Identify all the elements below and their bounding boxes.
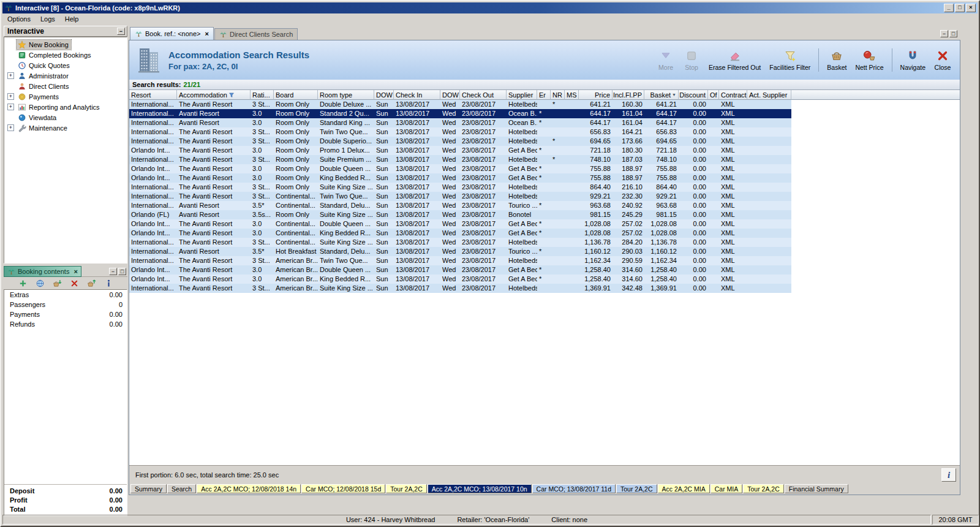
column-header-resort[interactable]: Resort <box>129 90 177 100</box>
sidebar-item-maintenance[interactable]: +Maintenance <box>4 123 127 133</box>
table-row[interactable]: International...The Avanti Resort3 St...… <box>129 127 960 137</box>
table-row[interactable]: Orlando (FL)Avanti Resort3.5s...Room Onl… <box>129 210 960 219</box>
info-button[interactable] <box>104 278 114 289</box>
expand-icon[interactable]: + <box>7 104 14 110</box>
tab-book-ref-none[interactable]: Book. ref.: <none>× <box>130 27 214 40</box>
bottom-tab-car-mco-12-08-2018-15d[interactable]: Car MCO; 12/08/2018 15d <box>301 484 385 493</box>
bottom-tab-car-mia[interactable]: Car MIA <box>710 484 743 493</box>
table-row[interactable]: International...The Avanti Resort3 St...… <box>129 238 960 247</box>
facilities-filter-button[interactable]: Facilities Filter <box>766 48 814 72</box>
table-row[interactable]: International...The Avanti Resort3 St...… <box>129 192 960 201</box>
column-header-supplier[interactable]: Supplier <box>507 90 537 100</box>
column-header-check-out[interactable]: Check Out <box>460 90 507 100</box>
table-row[interactable]: International...The Avanti Resort3 St...… <box>129 155 960 164</box>
more-button[interactable]: More <box>654 48 678 72</box>
booking-restore-button[interactable]: □ <box>118 268 126 275</box>
table-row[interactable]: International...The Avanti Resort3 St...… <box>129 256 960 265</box>
bottom-tab-search[interactable]: Search <box>167 484 196 493</box>
menu-options[interactable]: Options <box>2 14 36 24</box>
info-button[interactable]: i <box>941 468 956 482</box>
bottom-tab-car-mco-13-08-2017-11d[interactable]: Car MCO; 13/08/2017 11d <box>532 484 616 493</box>
column-header-rati[interactable]: Rati... <box>251 90 274 100</box>
add-button[interactable] <box>18 278 28 289</box>
table-row[interactable]: Orlando Int...The Avanti Resort3.0Contin… <box>129 229 960 238</box>
basket-add-button[interactable] <box>52 278 62 289</box>
table-row[interactable]: International...The Avanti Resort3 St...… <box>129 183 960 192</box>
column-header-accommodation[interactable]: Accommodation <box>177 90 251 100</box>
column-header-price[interactable]: Price <box>579 90 612 100</box>
sidebar-item-completed-bookings[interactable]: Completed Bookings <box>4 50 127 60</box>
column-header-dow[interactable]: DOW <box>440 90 460 100</box>
tab-close-icon[interactable]: × <box>205 30 209 37</box>
column-header-incl-fl-pp[interactable]: Incl.Fl.PP <box>612 90 644 100</box>
minimize-button[interactable]: _ <box>944 4 954 12</box>
bottom-tab-summary[interactable]: Summary <box>130 484 167 493</box>
column-header-act-supplier[interactable]: Act. Supplier <box>747 90 791 100</box>
bottom-tab-tour-2a-2c[interactable]: Tour 2A,2C <box>386 484 427 493</box>
globe-button[interactable] <box>35 278 45 289</box>
maximize-button[interactable]: □ <box>955 4 965 12</box>
close-button[interactable]: Close <box>930 48 955 72</box>
basket-up-button[interactable] <box>86 278 97 289</box>
nett-price-button[interactable]: Nett Price <box>851 48 887 72</box>
column-header-of[interactable]: Of <box>708 90 719 100</box>
table-row[interactable]: Orlando Int...The Avanti Resort3.0Room O… <box>129 173 960 183</box>
table-row[interactable]: Orlando Int...The Avanti Resort3.0Contin… <box>129 219 960 229</box>
column-header-basket[interactable]: Basket▼ <box>644 90 679 100</box>
erase-filtered-out-button[interactable]: Erase Filtered Out <box>705 48 764 72</box>
interactive-collapse-button[interactable]: − <box>117 28 125 35</box>
table-row[interactable]: International...The Avanti Resort3 St...… <box>129 137 960 146</box>
booking-minimize-button[interactable]: − <box>109 268 117 275</box>
table-row[interactable]: International...Avanti Resort3.0Room Onl… <box>129 118 960 127</box>
panel-restore-button[interactable]: □ <box>949 30 957 37</box>
table-row[interactable]: International...The Avanti Resort3 St...… <box>129 284 960 293</box>
delete-button[interactable] <box>69 278 80 289</box>
bottom-tab-acc-2a-2c-mco-13-08-2017-10n[interactable]: Acc 2A,2C MCO; 13/08/2017 10n <box>428 484 532 493</box>
column-header-ms[interactable]: MS <box>565 90 579 100</box>
column-header-board[interactable]: Board <box>274 90 318 100</box>
table-row[interactable]: Orlando Int...The Avanti Resort3.0Americ… <box>129 265 960 275</box>
column-header-er[interactable]: Er <box>537 90 551 100</box>
sidebar-item-quick-quotes[interactable]: Quick Quotes <box>4 60 127 70</box>
column-header-check-in[interactable]: Check In <box>394 90 440 100</box>
sidebar-item-viewdata[interactable]: Viewdata <box>4 112 127 123</box>
table-row[interactable]: International...Avanti Resort3.5*Contine… <box>129 201 960 210</box>
bottom-tab-financial-summary[interactable]: Financial Summary <box>785 484 848 493</box>
tab-direct-clients-search[interactable]: Direct Clients Search <box>214 28 298 40</box>
expand-icon[interactable]: + <box>7 124 14 131</box>
navigate-button[interactable]: Navigate <box>897 48 929 72</box>
column-header-room-type[interactable]: Room type <box>318 90 374 100</box>
expand-icon[interactable]: + <box>7 93 14 100</box>
menu-help[interactable]: Help <box>60 14 84 24</box>
table-row[interactable]: Orlando Int...The Avanti Resort3.0Room O… <box>129 164 960 173</box>
sidebar-item-payments[interactable]: +Payments <box>4 91 127 102</box>
info-icon <box>104 279 113 288</box>
sidebar-item-administrator[interactable]: +Administrator <box>4 70 127 81</box>
bottom-tab-tour-2a-2c[interactable]: Tour 2A,2C <box>743 484 784 493</box>
booking-close-icon[interactable]: × <box>74 268 77 275</box>
table-row[interactable]: International...The Avanti Resort3 St...… <box>129 100 960 109</box>
column-header-contract[interactable]: Contract <box>719 90 747 100</box>
table-row[interactable]: International...Avanti Resort3.5*Hot Bre… <box>129 247 960 256</box>
table-row[interactable]: Orlando Int...The Avanti Resort3.0Americ… <box>129 275 960 284</box>
bottom-tab-acc-2a-2c-mco-12-08-2018-14n[interactable]: Acc 2A,2C MCO; 12/08/2018 14n <box>197 484 301 493</box>
table-row[interactable]: International...Avanti Resort3.0Room Onl… <box>129 109 960 118</box>
panel-minimize-button[interactable]: − <box>940 30 948 37</box>
title-bar[interactable]: Interactive [8] - Ocean-Florida (code: x… <box>2 2 978 13</box>
sidebar-item-direct-clients[interactable]: Direct Clients <box>4 81 127 91</box>
close-button[interactable]: × <box>966 4 976 12</box>
expand-icon[interactable]: + <box>7 72 14 79</box>
menu-logs[interactable]: Logs <box>36 14 60 24</box>
basket-button[interactable]: Basket <box>823 48 850 72</box>
cell-er: * <box>537 173 551 183</box>
column-header-nr[interactable]: NR <box>551 90 565 100</box>
sidebar-item-reporting-and-analytics[interactable]: +Reporting and Analytics <box>4 102 127 112</box>
column-header-dow[interactable]: DOW <box>374 90 394 100</box>
column-header-discount[interactable]: Discount <box>679 90 708 100</box>
booking-contents-tab[interactable]: Booking contents × <box>4 266 81 277</box>
stop-button[interactable]: Stop <box>679 48 704 72</box>
bottom-tab-acc-2a-2c-mia[interactable]: Acc 2A,2C MIA <box>658 484 710 493</box>
table-row[interactable]: Orlando Int...The Avanti Resort3.0Room O… <box>129 146 960 155</box>
sidebar-item-new-booking[interactable]: New Booking <box>4 39 127 50</box>
bottom-tab-tour-2a-2c[interactable]: Tour 2A,2C <box>616 484 657 493</box>
